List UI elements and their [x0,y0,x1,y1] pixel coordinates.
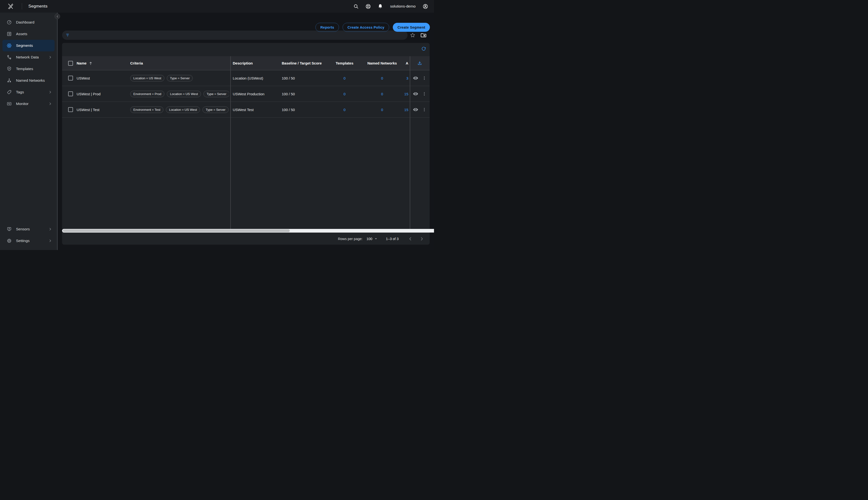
account-icon[interactable] [423,4,428,9]
sort-asc-icon [89,61,93,66]
sensors-icon [7,227,12,232]
description-cell: USWest Test [233,102,280,117]
topbar: Segments solutions-demo [0,0,434,13]
row-menu-icon[interactable] [422,107,427,112]
column-header-criteria[interactable]: Criteria [130,56,229,70]
criteria-cell: Location = US West Type = Server [130,70,229,86]
row-checkbox[interactable] [68,91,73,96]
settings-icon [7,238,12,243]
sidebar-item-label: Dashboard [16,20,34,24]
criteria-chip: Location = US West [166,106,200,113]
sidebar-item-tags[interactable]: Tags [2,86,55,98]
row-checkbox[interactable] [68,76,73,80]
named-networks-count-cell: 0 [363,70,401,86]
criteria-cell: Environment = Test Location = US West Ty… [130,102,229,117]
column-header-baseline[interactable]: Baseline / Target Score [282,56,323,70]
templates-count-link[interactable]: 0 [344,76,345,80]
column-header-label: A [406,61,408,65]
search-icon[interactable] [353,4,359,9]
previous-page-icon[interactable] [407,236,413,242]
row-select-cell [66,86,76,102]
row-menu-icon[interactable] [422,76,427,80]
sidebar-collapse-button[interactable] [55,14,60,19]
templates-count-cell: 0 [326,70,363,86]
assets-count-cell: 15 [401,102,409,117]
assets-count-link[interactable]: 15 [404,108,408,112]
sidebar-item-templates[interactable]: Templates [2,63,55,75]
assets-count-link[interactable]: 3 [406,76,408,80]
create-access-policy-button[interactable]: Create Access Policy [343,23,389,32]
app-logo-icon[interactable] [7,3,14,10]
view-icon[interactable] [413,91,419,97]
sidebar-item-network-data[interactable]: Network Data [2,52,55,63]
folder-star-icon[interactable] [420,32,427,38]
table-row[interactable]: USWest | Prod Environment = Prod Locatio… [62,86,430,102]
sidebar-item-dashboard[interactable]: Dashboard [2,16,55,28]
assets-count-cell: 3 [401,70,409,86]
sidebar-item-label: Assets [16,32,27,36]
rows-per-page-label: Rows per page: [338,237,363,241]
next-page-icon[interactable] [419,236,425,242]
reports-button[interactable]: Reports [316,23,339,32]
sidebar-item-monitor[interactable]: Monitor [2,98,55,110]
column-header-assets-truncated[interactable]: A [401,56,409,70]
named-networks-count-link[interactable]: 0 [381,76,383,80]
chevron-right-icon [48,90,52,94]
named-networks-count-link[interactable]: 0 [381,108,383,112]
sidebar-item-label: Named Networks [16,78,45,83]
segment-name: USWest | Test [77,102,129,117]
table-row[interactable]: USWest Location = US West Type = Server … [62,70,430,86]
view-icon[interactable] [413,75,419,81]
column-header-named-networks[interactable]: Named Networks [363,56,401,70]
sidebar: Dashboard Assets [0,13,58,250]
description-cell: USWest Production [233,86,280,102]
account-name[interactable]: solutions-demo [390,4,415,9]
help-icon[interactable] [365,4,371,9]
topbar-actions: solutions-demo [353,4,428,9]
row-checkbox[interactable] [68,107,73,112]
filter-input[interactable] [73,33,404,37]
column-header-label: Templates [335,61,353,65]
sidebar-nav-list: Dashboard Assets [0,13,58,110]
sidebar-item-label: Tags [16,90,24,94]
criteria-chip: Environment = Prod [130,91,164,97]
named-networks-count-cell: 0 [363,102,401,117]
refresh-icon[interactable] [421,46,426,52]
sidebar-item-label: Network Data [16,55,39,59]
assets-count-link[interactable]: 15 [404,92,408,96]
rows-per-page-select[interactable]: 100 [366,237,377,241]
view-icon[interactable] [413,107,419,113]
column-header-description[interactable]: Description [233,56,280,70]
named-networks-count-link[interactable]: 0 [381,92,383,96]
templates-count-link[interactable]: 0 [344,108,345,112]
notifications-icon[interactable] [377,4,383,9]
select-all-checkbox[interactable] [68,61,73,66]
sidebar-item-settings[interactable]: Settings [2,235,55,247]
row-menu-icon[interactable] [422,91,427,96]
sidebar-item-label: Settings [16,239,30,243]
filter-bar[interactable] [62,31,408,40]
caret-down-icon [374,237,378,240]
sidebar-item-named-networks[interactable]: Named Networks [2,75,55,86]
scrollbar-thumb[interactable] [63,229,290,232]
description-cell: Location (USWest) [233,70,280,86]
column-header-name[interactable]: Name [77,56,129,70]
named-networks-icon [7,78,12,83]
row-select-cell [66,70,76,86]
row-actions-cell [410,102,430,117]
download-icon[interactable] [417,61,422,66]
column-header-templates[interactable]: Templates [326,56,363,70]
select-all-cell [66,56,76,70]
network-data-icon [7,55,12,60]
table-row[interactable]: USWest | Test Environment = Test Locatio… [62,102,430,117]
sidebar-item-sensors[interactable]: Sensors [2,223,55,235]
page-title: Segments [28,4,47,9]
sidebar-item-segments[interactable]: Segments [2,40,55,52]
horizontal-scrollbar[interactable] [62,229,434,232]
templates-count-link[interactable]: 0 [344,92,345,96]
sidebar-item-assets[interactable]: Assets [2,28,55,40]
column-header-label: Description [233,61,253,65]
star-icon[interactable] [410,32,415,38]
create-segment-button[interactable]: Create Segment [393,23,430,32]
criteria-chip: Environment = Test [130,106,163,113]
